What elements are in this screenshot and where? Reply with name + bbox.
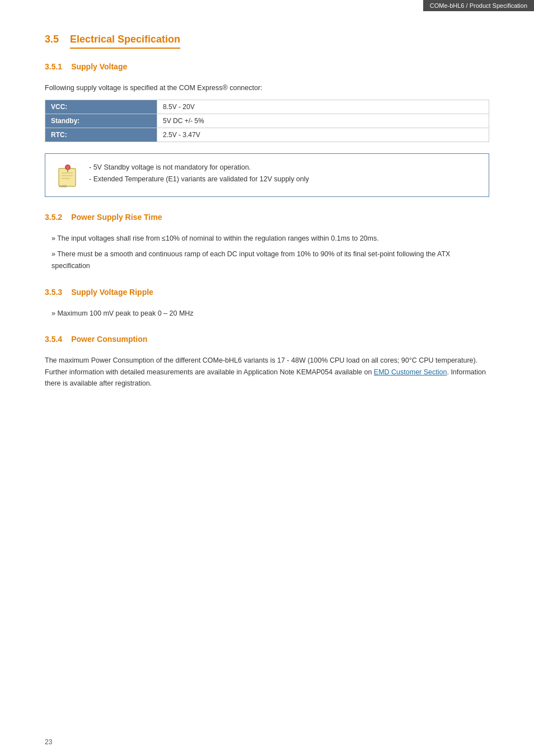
table-row: RTC: 2.5V - 3.47V: [45, 128, 489, 142]
subsection-title-3-5-3: Supply Voltage Ripple: [71, 288, 153, 297]
main-section-title: Electrical Specification: [70, 34, 180, 49]
subsection-number-3-5-3: 3.5.3: [45, 288, 62, 297]
subsection-header-3-5-1: 3.5.1 Supply Voltage: [45, 62, 489, 77]
standby-label: Standby:: [45, 114, 157, 128]
subsection-title-3-5-1: Supply Voltage: [71, 62, 127, 71]
svg-point-5: [66, 166, 69, 169]
rtc-label: RTC:: [45, 128, 157, 142]
note-box: note - 5V Standby voltage is not mandato…: [45, 153, 489, 197]
subsection-title-3-5-4: Power Consumption: [71, 335, 147, 344]
rtc-value: 2.5V - 3.47V: [157, 128, 489, 142]
table-row: Standby: 5V DC +/- 5%: [45, 114, 489, 128]
section-3-5-1: 3.5.1 Supply Voltage Following supply vo…: [45, 62, 489, 197]
subsection-header-3-5-2: 3.5.2 Power Supply Rise Time: [45, 213, 489, 227]
section-3-5-4: 3.5.4 Power Consumption The maximum Powe…: [45, 335, 489, 389]
main-section-header: 3.5 Electrical Specification: [45, 34, 489, 49]
supply-voltage-intro: Following supply voltage is specified at…: [45, 82, 489, 94]
section-3-5-2: 3.5.2 Power Supply Rise Time » The input…: [45, 213, 489, 272]
subsection-header-3-5-3: 3.5.3 Supply Voltage Ripple: [45, 288, 489, 302]
page-header: COMe-bHL6 / Product Specification: [423, 0, 534, 11]
ripple-para: » Maximum 100 mV peak to peak 0 – 20 MHz: [45, 308, 489, 320]
subsection-number-3-5-1: 3.5.1: [45, 62, 62, 71]
vcc-label: VCC:: [45, 100, 157, 114]
main-section-number: 3.5: [45, 34, 59, 45]
subsection-number-3-5-2: 3.5.2: [45, 213, 62, 222]
note-icon: note: [54, 162, 81, 189]
note-line-2: - Extended Temperature (E1) variants are…: [89, 173, 309, 185]
note-content: - 5V Standby voltage is not mandatory fo…: [89, 162, 309, 186]
rise-time-para-1: » The input voltages shall rise from ≤10…: [45, 233, 489, 245]
subsection-number-3-5-4: 3.5.4: [45, 335, 62, 344]
supply-voltage-table: VCC: 8.5V - 20V Standby: 5V DC +/- 5% RT…: [45, 100, 489, 142]
rise-time-para-2: » There must be a smooth and continuous …: [45, 248, 489, 271]
svg-text:note: note: [59, 184, 67, 188]
standby-value: 5V DC +/- 5%: [157, 114, 489, 128]
note-line-1: - 5V Standby voltage is not mandatory fo…: [89, 162, 309, 173]
section-3-5-3: 3.5.3 Supply Voltage Ripple » Maximum 10…: [45, 288, 489, 320]
power-consumption-para: The maximum Power Consumption of the dif…: [45, 355, 489, 389]
subsection-header-3-5-4: 3.5.4 Power Consumption: [45, 335, 489, 349]
emd-customer-section-link[interactable]: EMD Customer Section: [374, 368, 447, 376]
vcc-value: 8.5V - 20V: [157, 100, 489, 114]
page-number: 23: [45, 738, 52, 746]
subsection-title-3-5-2: Power Supply Rise Time: [71, 213, 162, 222]
table-row: VCC: 8.5V - 20V: [45, 100, 489, 114]
